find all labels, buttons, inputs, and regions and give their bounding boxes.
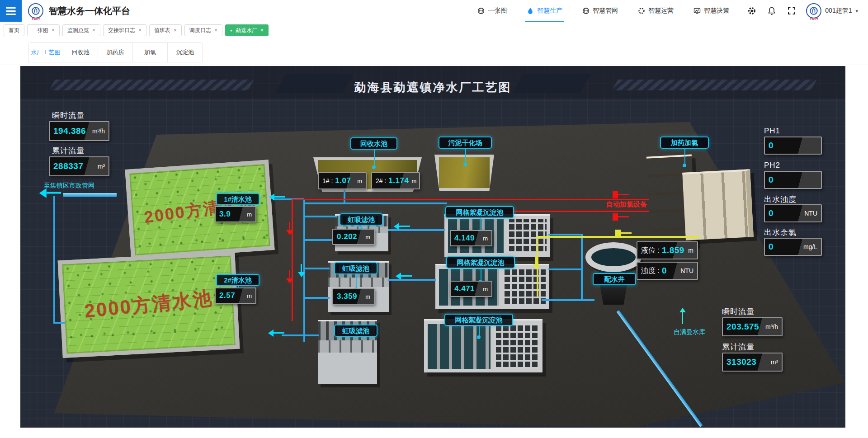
logo-glyph: [809, 6, 818, 15]
pipe-segment: [305, 268, 330, 269]
avatar[interactable]: YCIH: [806, 3, 821, 19]
user-menu[interactable]: YCIH 001超管1 ▾: [806, 3, 858, 19]
nav-smart-operation[interactable]: 智慧运营: [638, 0, 674, 22]
flow-arrow-left: [274, 196, 285, 198]
close-icon[interactable]: ×: [92, 27, 95, 33]
gauge-well-turbidity: 浊度 :0NTU: [637, 262, 698, 280]
bell-icon[interactable]: [767, 6, 776, 15]
pipe-segment: [581, 234, 583, 301]
flow-arrow-left: [401, 275, 412, 277]
pipe-segment: [581, 299, 594, 301]
dosing-arrow-left: [621, 232, 632, 234]
chlorine-arrow-left: [618, 216, 629, 217]
tab-mengzhe-plant-active[interactable]: ●勐遮水厂×: [225, 24, 269, 36]
logo-glyph: [31, 6, 40, 15]
label-grid-basin-2: 网格絮凝沉淀池: [446, 256, 515, 268]
pipe-segment: [282, 334, 319, 336]
label-clear-pool-2: 2#清水池: [216, 274, 259, 286]
active-dot-icon: ●: [230, 28, 232, 33]
label-clear-pool-1: 1#清水池: [216, 193, 259, 205]
tab-shift-log[interactable]: 交接班日志×: [103, 24, 146, 36]
label-recovery-pool: 回收水池: [350, 137, 397, 150]
close-icon[interactable]: ×: [138, 27, 142, 33]
dosing-arrow-down: [535, 256, 537, 264]
tab-dispatch-log[interactable]: 调度日志×: [184, 24, 222, 36]
caret-down-icon[interactable]: ▾: [855, 8, 858, 14]
close-icon[interactable]: ×: [174, 27, 177, 33]
logo-text: YCIH: [32, 17, 40, 20]
close-icon[interactable]: ×: [260, 27, 264, 33]
stat-outflow-total: 313023m³: [722, 353, 783, 372]
stat-inflow-total: 288337m³: [49, 156, 109, 176]
process-diagram-canvas: 勐海县勐遮镇净水厂工艺图 2000方清水池 2000方清水池: [20, 66, 845, 428]
fullscreen-icon[interactable]: [787, 6, 796, 15]
clear-pool-2: 2000方清水池: [58, 251, 240, 358]
stat-inflow-instant: 194.386m³/h: [49, 121, 109, 141]
title-decor-block-right: [512, 74, 591, 93]
label-dosing-building: 加药加氯: [660, 137, 709, 149]
gauge-siphon-2: 3.359m: [332, 288, 375, 305]
flow-arrow-left: [399, 226, 410, 227]
tab-duty-roster[interactable]: 值班表×: [149, 24, 182, 36]
app-title: 智慧水务一体化平台: [49, 5, 130, 17]
gauge-recovery-2: 2# :1.174m: [371, 172, 420, 189]
subtab-dosing-room[interactable]: 加药房: [98, 43, 133, 62]
pipe-segment: [548, 234, 583, 235]
nav-smart-decision[interactable]: 智慧决策: [693, 0, 729, 22]
title-decor-block-left: [275, 74, 354, 93]
reservoir-arrow-up: [682, 312, 683, 324]
plant-subtab-bar: 水厂工艺图 回收池 加药房 加氯 沉淀池: [0, 39, 868, 65]
hamburger-menu-button[interactable]: [0, 0, 22, 22]
stat-label: 瞬时流量: [52, 110, 85, 121]
dosing-building-wing: [682, 169, 754, 240]
stat-label: 累计流量: [722, 342, 755, 352]
tab-monitor-overview[interactable]: 监测总览×: [62, 24, 100, 36]
app-logo: YCIH: [28, 3, 43, 19]
close-icon[interactable]: ×: [52, 27, 55, 33]
app-header: YCIH 智慧水务一体化平台 一张图 智慧生产 智慧管网 智慧运营 智慧决策: [0, 0, 868, 22]
pool-capacity-text: 2000方清水池: [83, 285, 214, 324]
gauge-clear-pool-1: 3.9m: [215, 206, 256, 222]
stat-label: PH1: [764, 127, 780, 136]
nav-one-map[interactable]: 一张图: [477, 0, 507, 22]
title-decor-right: [612, 80, 817, 90]
nav-smart-production[interactable]: 智慧生产: [527, 0, 562, 22]
tab-home[interactable]: 首页: [4, 24, 24, 36]
distribution-well-ring: [585, 242, 642, 272]
note-auto-chlorination: 自动加氯设备: [606, 200, 647, 209]
pipe-segment: [344, 190, 345, 204]
pipe-segment: [53, 322, 65, 324]
chlorine-arrow-down: [289, 270, 290, 278]
gauge-well-level: 液位 :1.859m: [637, 241, 698, 259]
label-sludge-yard: 污泥干化场: [439, 137, 492, 149]
ring-icon: [638, 7, 645, 14]
gauge-grid-1: 4.149m: [450, 230, 492, 246]
chlorine-pipe: [292, 199, 293, 321]
pipe-segment: [303, 199, 305, 342]
tab-one-map[interactable]: 一张图×: [27, 24, 60, 36]
flow-arrow-left: [274, 332, 284, 334]
stat-out-turbidity: 0NTU: [764, 204, 822, 222]
nav-smart-pipeline[interactable]: 智慧管网: [582, 0, 618, 22]
subtab-chlorination[interactable]: 加氯: [133, 43, 168, 62]
stat-ph2: 0: [764, 171, 822, 189]
globe-icon: [477, 7, 485, 14]
label-distribution-well: 配水井: [593, 273, 636, 285]
username: 001超管1: [825, 7, 852, 15]
diagram-title: 勐海县勐遮镇净水厂工艺图: [354, 80, 512, 95]
label-grid-basin-1: 网格絮凝沉淀池: [445, 206, 514, 218]
pipe-segment: [305, 203, 447, 204]
globe-icon: [582, 7, 590, 14]
stat-label: 出水浊度: [764, 194, 797, 205]
chlorine-arrow-left: [618, 194, 629, 195]
subtab-recovery-pool[interactable]: 回收池: [63, 43, 98, 62]
gauge-clear-pool-2: 2.57m: [215, 287, 256, 304]
close-icon[interactable]: ×: [214, 27, 217, 33]
subtab-process-diagram[interactable]: 水厂工艺图: [28, 43, 63, 62]
stat-label: 瞬时流量: [722, 306, 755, 317]
pipe-segment: [305, 297, 330, 299]
gear-icon[interactable]: [747, 6, 756, 15]
label-grid-basin-3: 网格絮凝沉淀池: [444, 314, 513, 326]
stat-label: 累计流量: [52, 146, 85, 156]
subtab-sedimentation[interactable]: 沉淀池: [168, 43, 203, 62]
